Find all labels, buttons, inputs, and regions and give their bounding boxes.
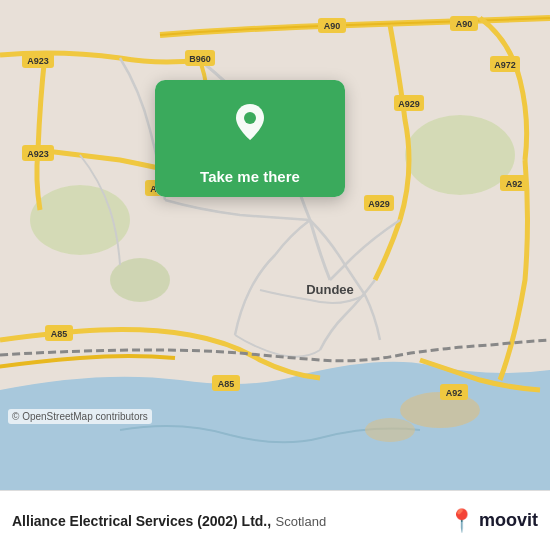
svg-text:A90: A90: [456, 19, 473, 29]
location-pin-icon: [228, 100, 272, 144]
moovit-logo: 📍 moovit: [448, 508, 538, 534]
footer-bar: Alliance Electrical Services (2002) Ltd.…: [0, 490, 550, 550]
moovit-brand-text: moovit: [479, 510, 538, 531]
svg-text:A85: A85: [51, 329, 68, 339]
svg-point-34: [244, 112, 256, 124]
svg-text:A92: A92: [506, 179, 523, 189]
map-container: A923 A923 A923 B960 A90 A90 A929 A929 A9…: [0, 0, 550, 490]
svg-point-2: [400, 392, 480, 428]
moovit-pin-icon: 📍: [448, 508, 475, 534]
svg-text:A929: A929: [398, 99, 420, 109]
svg-text:A923: A923: [27, 56, 49, 66]
svg-text:A929: A929: [368, 199, 390, 209]
svg-text:A85: A85: [218, 379, 235, 389]
app: A923 A923 A923 B960 A90 A90 A929 A929 A9…: [0, 0, 550, 550]
svg-text:A972: A972: [494, 60, 516, 70]
location-name: Alliance Electrical Services (2002) Ltd.…: [12, 513, 271, 529]
svg-point-4: [30, 185, 130, 255]
svg-text:Dundee: Dundee: [306, 282, 354, 297]
svg-text:A923: A923: [27, 149, 49, 159]
take-me-there-button[interactable]: Take me there: [155, 158, 345, 197]
location-region: Scotland: [276, 514, 327, 529]
svg-point-5: [405, 115, 515, 195]
popup-card: Take me there: [155, 80, 345, 197]
svg-text:A90: A90: [324, 21, 341, 31]
popup-green-area: [155, 80, 345, 158]
svg-point-3: [365, 418, 415, 442]
map-attribution: © OpenStreetMap contributors: [8, 409, 152, 424]
svg-text:A92: A92: [446, 388, 463, 398]
svg-text:B960: B960: [189, 54, 211, 64]
footer-text: Alliance Electrical Services (2002) Ltd.…: [12, 512, 438, 530]
